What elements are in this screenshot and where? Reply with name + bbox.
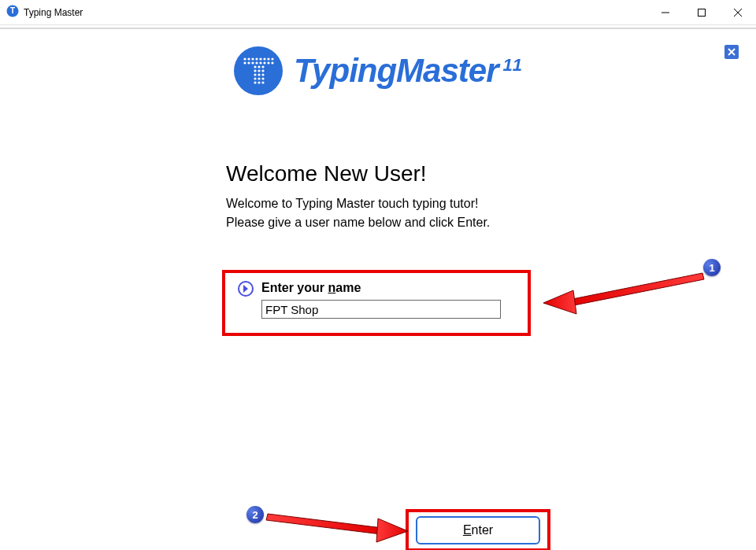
annotation-step-2-badge: 2 (246, 506, 264, 523)
window-controls (647, 0, 756, 24)
svg-point-18 (255, 61, 258, 64)
welcome-heading: Welcome New User! (226, 161, 490, 186)
welcome-line-1: Welcome to Typing Master touch typing tu… (226, 194, 490, 213)
panel-close-button[interactable] (724, 45, 739, 59)
svg-point-36 (258, 81, 260, 83)
brand: TypingMaster 11 (234, 46, 522, 95)
chevron-right-icon (238, 281, 254, 297)
annotation-arrow-2 (263, 508, 413, 547)
name-entry-label: Enter your name (261, 281, 361, 295)
svg-point-21 (267, 61, 269, 64)
brand-version: 11 (503, 55, 522, 76)
svg-point-25 (261, 65, 264, 68)
enter-button[interactable]: Enter (416, 516, 540, 544)
svg-text:T: T (10, 6, 15, 15)
svg-marker-40 (569, 273, 704, 306)
svg-point-8 (247, 57, 250, 60)
svg-point-34 (261, 77, 264, 79)
window-title: Typing Master (24, 7, 83, 18)
svg-point-33 (258, 77, 260, 79)
svg-point-23 (254, 65, 256, 68)
name-entry-highlight: Enter your name (222, 270, 531, 336)
svg-marker-43 (376, 519, 408, 542)
annotation-arrow-1 (537, 268, 710, 316)
svg-point-13 (267, 57, 269, 60)
brand-name: TypingMaster (294, 52, 498, 90)
svg-point-15 (243, 61, 246, 64)
window-title-left: T Typing Master (6, 5, 83, 20)
app-icon: T (6, 5, 19, 20)
svg-point-20 (263, 61, 265, 64)
svg-point-37 (261, 81, 264, 83)
svg-point-19 (259, 61, 261, 64)
header-area: TypingMaster 11 (0, 29, 756, 112)
welcome-block: Welcome New User! Welcome to Typing Mast… (226, 161, 490, 232)
svg-point-26 (254, 69, 256, 72)
svg-marker-42 (266, 514, 383, 534)
maximize-button[interactable] (684, 0, 720, 25)
welcome-line-2: Please give a user name below and click … (226, 213, 490, 232)
svg-point-28 (261, 69, 264, 72)
svg-point-24 (258, 65, 260, 68)
svg-point-35 (254, 81, 256, 83)
svg-point-12 (263, 57, 265, 60)
svg-point-31 (261, 73, 264, 76)
svg-point-11 (259, 57, 261, 60)
svg-point-30 (258, 73, 260, 76)
svg-point-14 (271, 57, 273, 60)
svg-point-17 (251, 61, 254, 64)
svg-point-32 (254, 77, 256, 79)
label-after: ame (335, 281, 361, 294)
svg-point-22 (271, 61, 273, 64)
label-before: Enter your (261, 281, 328, 294)
enter-button-highlight: Enter (406, 509, 550, 550)
logo-icon (234, 46, 283, 95)
minimize-button[interactable] (647, 0, 684, 25)
close-button[interactable] (720, 0, 756, 25)
window-title-bar: T Typing Master (0, 0, 756, 25)
svg-point-10 (255, 57, 258, 60)
app-body: TypingMaster 11 Welcome New User! Welcom… (0, 29, 756, 112)
svg-point-9 (251, 57, 254, 60)
svg-rect-3 (699, 9, 706, 16)
enter-rest: nter (472, 523, 494, 537)
username-input[interactable] (261, 300, 501, 319)
brand-text: TypingMaster 11 (294, 52, 522, 90)
svg-point-29 (254, 73, 256, 76)
label-underlined: n (328, 281, 335, 294)
svg-marker-41 (543, 290, 576, 314)
enter-underlined: E (463, 523, 472, 537)
svg-point-7 (243, 57, 246, 60)
svg-point-27 (258, 69, 260, 72)
svg-point-16 (247, 61, 250, 64)
